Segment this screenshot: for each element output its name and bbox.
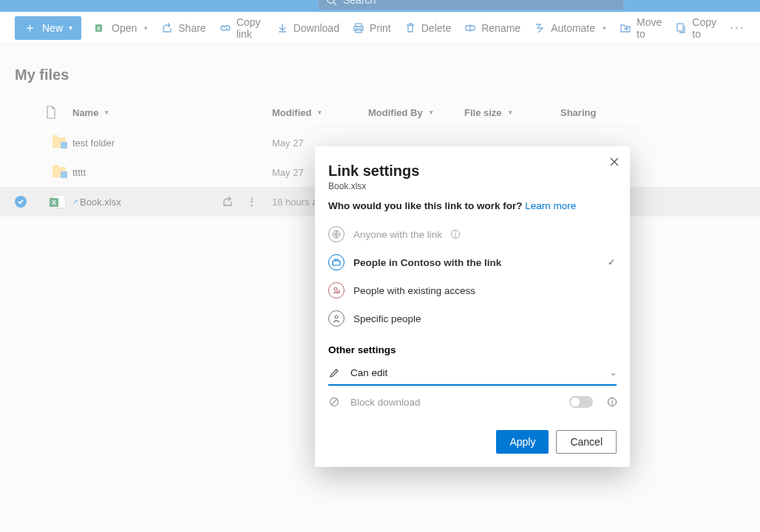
svg-point-13 [335, 316, 338, 318]
option-label: People with existing access [353, 285, 475, 296]
dialog-title: Link settings [315, 160, 630, 181]
svg-point-11 [334, 287, 337, 290]
option-label: Specific people [353, 313, 421, 324]
info-icon[interactable]: i [451, 230, 460, 239]
learn-more-link[interactable]: Learn more [525, 200, 576, 211]
link-settings-dialog: Link settings Book.xlsx Who would you li… [315, 146, 630, 467]
globe-icon [328, 226, 345, 242]
option-existing[interactable]: People with existing access [315, 276, 630, 304]
option-specific[interactable]: Specific people [315, 304, 630, 332]
option-anyone: Anyone with the link i [315, 220, 630, 248]
chevron-down-icon: ⌄ [610, 368, 617, 378]
other-settings-heading: Other settings [315, 332, 630, 361]
block-icon [328, 397, 340, 407]
briefcase-icon [328, 254, 345, 270]
close-button[interactable] [609, 157, 620, 167]
permission-dropdown[interactable]: Can edit ⌄ [328, 361, 617, 386]
dialog-question: Who would you like this link to work for… [315, 200, 630, 220]
option-label: Anyone with the link [353, 229, 442, 240]
apply-button[interactable]: Apply [496, 430, 549, 454]
people-existing-icon [328, 282, 345, 299]
block-download-toggle [569, 396, 593, 408]
svg-point-12 [338, 291, 340, 293]
cancel-button[interactable]: Cancel [556, 430, 617, 454]
svg-rect-10 [333, 261, 340, 265]
svg-line-15 [331, 399, 337, 405]
dialog-subtitle: Book.xlsx [315, 181, 630, 200]
people-icon [328, 310, 345, 327]
block-download-row: Block download i [315, 386, 630, 408]
pencil-icon [328, 368, 340, 378]
info-icon[interactable]: i [608, 398, 617, 406]
permission-label: Can edit [350, 367, 387, 378]
checkmark-icon: ✓ [608, 257, 615, 267]
option-org[interactable]: People in Contoso with the link ✓ [315, 248, 630, 276]
block-download-label: Block download [350, 397, 421, 408]
option-label: People in Contoso with the link [353, 257, 501, 268]
